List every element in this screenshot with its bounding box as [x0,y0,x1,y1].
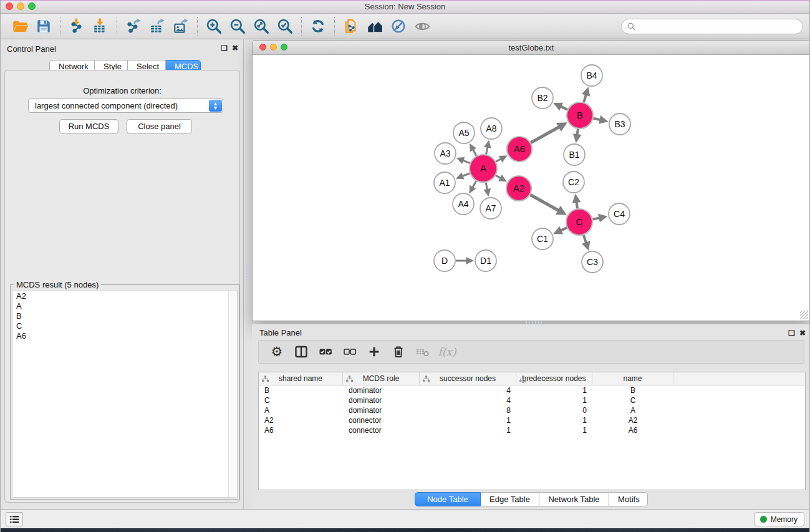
graph-node-A1[interactable]: A1 [434,172,455,193]
network-graph[interactable]: B4B2BB3A5A8A6A3B1AA1C2A2A4A7C4CC1C3DD1 [253,55,809,321]
save-session-button[interactable] [32,15,55,37]
graph-edge-A6-B[interactable] [531,127,559,142]
graph-node-C1[interactable]: C1 [532,228,553,249]
table-cell[interactable]: 1 [516,415,592,425]
graph-node-C[interactable]: C [566,209,592,235]
table-cell[interactable]: C [259,395,343,405]
close-panel-icon[interactable]: ✖ [232,44,238,52]
graph-edge-A-A2[interactable] [496,175,501,178]
graph-edge-A-A3[interactable] [463,160,470,163]
import-network-from-file-button[interactable] [65,15,89,37]
hide-graphics-details-button[interactable] [387,15,410,37]
tab-motifs[interactable]: Motifs [609,492,648,506]
export-table-button[interactable] [145,15,169,37]
table-cell[interactable]: C [592,395,673,405]
graph-node-D[interactable]: D [434,250,455,271]
table-cell[interactable]: A6 [592,425,673,435]
window-resize-grip[interactable] [800,311,808,319]
table-cell[interactable]: connector [343,425,420,435]
delete-column-button[interactable] [389,342,408,361]
select-all-rows-button[interactable] [316,342,335,361]
float-panel-icon[interactable]: ❑ [221,44,228,52]
graph-node-A6[interactable]: A6 [507,137,532,162]
open-session-button[interactable] [8,15,32,37]
float-table-panel-icon[interactable]: ❑ [788,329,795,337]
graph-edge-B-B2[interactable] [561,107,567,110]
show-home-panel-button[interactable] [363,15,387,37]
graph-edge-C-C1[interactable] [561,228,567,230]
tab-edge-table[interactable]: Edge Table [481,492,539,506]
table-row[interactable]: Cdominator41C [259,395,805,405]
table-cell[interactable]: B [259,385,343,395]
table-row[interactable]: Bdominator41B [259,385,805,395]
search-input[interactable] [639,21,803,33]
column-header-successor-nodes[interactable]: successor nodes [420,372,516,385]
zoom-fit-content-button[interactable] [249,15,273,37]
graph-node-A7[interactable]: A7 [480,198,501,219]
graph-node-C4[interactable]: C4 [609,203,630,225]
task-history-button[interactable] [6,512,23,526]
table-cell[interactable]: 1 [516,385,592,395]
table-cell[interactable]: 8 [420,405,516,415]
graph-node-B4[interactable]: B4 [581,65,602,86]
mcds-result-item[interactable]: A6 [12,331,237,341]
network-window-titlebar[interactable]: testGlobe.txt [253,41,810,55]
graph-node-B3[interactable]: B3 [609,114,630,135]
graph-node-A4[interactable]: A4 [453,193,474,215]
mcds-result-item[interactable]: B [12,311,237,321]
table-settings-button[interactable]: ⚙ [268,342,286,361]
graph-edge-A-A5[interactable] [473,150,476,156]
graph-edge-B-B4[interactable] [584,95,586,102]
graph-node-A[interactable]: A [470,155,497,182]
graph-edge-C-C4[interactable] [593,218,600,219]
table-cell[interactable]: 1 [420,415,516,425]
table-cell[interactable]: A2 [592,415,673,425]
table-row[interactable]: A6connector11A6 [259,425,805,435]
graph-node-B[interactable]: B [567,102,593,128]
graph-edge-A-A4[interactable] [473,181,476,187]
table-cell[interactable]: A6 [259,425,343,435]
table-cell[interactable]: 4 [420,395,516,405]
table-cell[interactable]: A [592,405,673,415]
graph-edge-C-C2[interactable] [576,202,577,208]
graph-node-B1[interactable]: B1 [564,144,585,165]
table-cell[interactable]: dominator [343,385,420,395]
mcds-result-item[interactable]: A2 [12,291,237,301]
result-list-scrollbar[interactable] [228,291,237,497]
clone-network-button[interactable] [339,15,363,37]
graph-edge-C-C3[interactable] [584,235,586,243]
graph-edge-A-A8[interactable] [486,147,488,155]
graph-edge-A-A7[interactable] [486,183,487,190]
mcds-result-item[interactable]: A [12,301,237,311]
table-cell[interactable]: A2 [259,415,343,425]
zoom-selected-region-button[interactable] [273,15,297,37]
export-network-button[interactable] [122,15,145,37]
export-image-button[interactable] [169,15,193,37]
show-graphics-details-button[interactable] [410,15,434,37]
graph-node-A5[interactable]: A5 [453,122,475,143]
table-cell[interactable]: 1 [516,425,592,435]
graph-node-D1[interactable]: D1 [475,250,496,271]
graph-node-C3[interactable]: C3 [582,251,603,273]
graph-node-B2[interactable]: B2 [532,87,553,109]
table-cell[interactable]: 0 [516,405,592,415]
graph-node-A8[interactable]: A8 [481,118,502,139]
search-box[interactable] [621,19,803,34]
graph-edge-B-B1[interactable] [577,129,578,135]
apply-preferred-layout-button[interactable] [306,15,330,37]
import-table-from-file-button[interactable] [89,15,112,37]
table-row[interactable]: Adominator80A [259,405,805,415]
criterion-dropdown[interactable]: largest connected component (directed) ▲… [28,99,223,113]
table-cell[interactable]: 1 [516,395,592,405]
tab-node-table[interactable]: Node Table [415,492,481,506]
memory-button[interactable]: Memory [755,512,804,526]
zoom-out-button[interactable] [226,15,249,37]
column-header-predecessor-nodes[interactable]: predecessor nodes [516,372,592,385]
node-table[interactable]: shared nameMCDS rolesuccessor nodesprede… [258,372,806,490]
close-table-panel-icon[interactable]: ✖ [799,329,806,337]
mcds-result-item[interactable]: C [12,321,237,331]
graph-node-A3[interactable]: A3 [435,143,456,164]
network-canvas[interactable]: B4B2BB3A5A8A6A3B1AA1C2A2A4A7C4CC1C3DD1 [253,55,809,320]
graph-node-A2[interactable]: A2 [506,176,531,201]
table-cell[interactable]: connector [343,415,420,425]
